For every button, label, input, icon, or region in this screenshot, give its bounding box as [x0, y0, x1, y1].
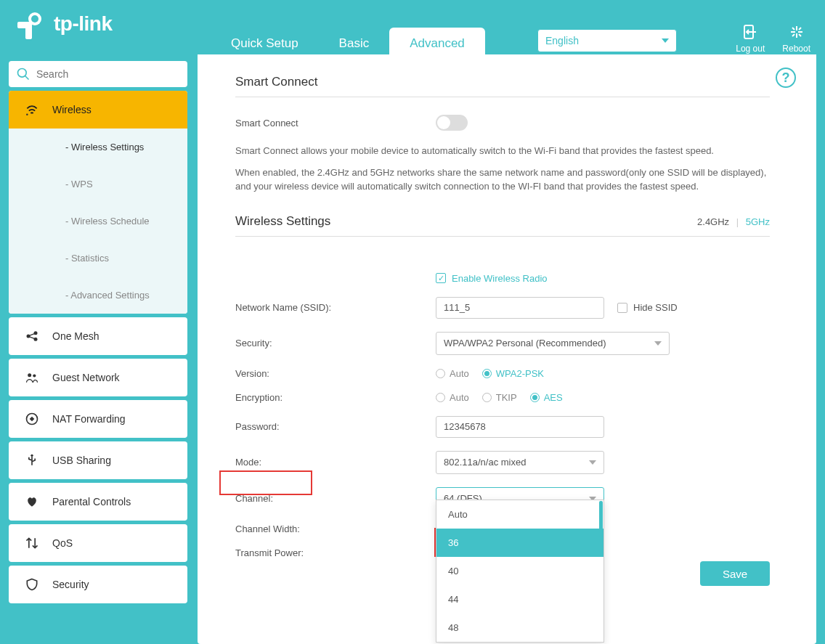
nav-parental-controls[interactable]: Parental Controls: [9, 483, 187, 521]
nav-qos[interactable]: QoS: [9, 524, 187, 562]
nav-onemesh[interactable]: One Mesh: [9, 317, 187, 355]
mode-select[interactable]: 802.11a/n/ac mixed: [436, 451, 604, 474]
hide-ssid-checkbox[interactable]: Hide SSID: [617, 302, 678, 313]
header-actions: Log out Reboot: [736, 23, 810, 54]
svg-point-19: [34, 338, 38, 341]
language-select[interactable]: English: [537, 29, 677, 52]
usb-icon: [25, 453, 39, 468]
svg-line-20: [30, 334, 35, 336]
svg-point-16: [26, 113, 28, 115]
enable-radio-checkbox[interactable]: Enable Wireless Radio: [436, 273, 548, 284]
nav-wireless-sub: - Wireless Settings - WPS - Wireless Sch…: [9, 129, 187, 314]
brand-logo: tp-link: [12, 6, 113, 42]
section-smart-connect-title: Smart Connect: [235, 75, 770, 97]
svg-point-23: [33, 374, 36, 377]
heart-hands-icon: [25, 494, 39, 509]
password-label: Password:: [235, 421, 436, 432]
mesh-icon: [25, 329, 39, 343]
svg-line-15: [25, 76, 29, 80]
channel-dropdown[interactable]: Auto 36 40 44 48: [436, 500, 604, 643]
channel-label: Channel:: [235, 493, 436, 504]
svg-line-13: [799, 28, 801, 30]
svg-line-11: [799, 34, 801, 36]
nav-wireless-label: Wireless: [52, 104, 92, 115]
band-24[interactable]: 2.4GHz: [697, 216, 729, 227]
security-select[interactable]: WPA/WPA2 Personal (Recommended): [436, 332, 670, 355]
ssid-label: Network Name (SSID):: [235, 302, 436, 313]
header: tp-link Quick Setup Basic Advanced Engli…: [0, 0, 825, 54]
smart-connect-desc1: Smart Connect allows your mobile device …: [235, 144, 770, 158]
language-value: English: [545, 35, 579, 46]
nav-usb-sharing[interactable]: USB Sharing: [9, 441, 187, 479]
shield-icon: [25, 577, 39, 592]
chevron-down-icon: [654, 341, 662, 346]
smart-connect-toggle[interactable]: [436, 115, 468, 131]
svg-point-18: [34, 331, 38, 335]
reboot-label: Reboot: [782, 44, 810, 54]
version-wpa2-radio[interactable]: WPA2-PSK: [482, 368, 544, 379]
reboot-button[interactable]: Reboot: [782, 23, 810, 54]
enc-aes-radio[interactable]: AES: [530, 392, 563, 403]
svg-point-22: [28, 373, 31, 377]
search-input[interactable]: [36, 68, 180, 80]
wifi-icon: [25, 102, 39, 117]
encryption-label: Encryption:: [235, 392, 436, 403]
logout-button[interactable]: Log out: [736, 23, 765, 54]
nav-advanced-settings[interactable]: - Advanced Settings: [9, 277, 187, 314]
search-box[interactable]: [9, 61, 187, 87]
sidebar: Wireless - Wireless Settings - WPS - Wir…: [9, 61, 187, 644]
password-input[interactable]: [436, 416, 604, 438]
chevron-down-icon: [589, 460, 596, 465]
band-5[interactable]: 5GHz: [746, 216, 770, 227]
logout-label: Log out: [736, 44, 765, 54]
nav-wireless-block: Wireless - Wireless Settings - WPS - Wir…: [9, 91, 187, 314]
nav-guest-network[interactable]: Guest Network: [9, 359, 187, 396]
enc-auto-radio[interactable]: Auto: [436, 392, 469, 403]
nat-icon: [25, 412, 39, 426]
svg-point-17: [27, 335, 31, 338]
channel-option-44[interactable]: 44: [436, 585, 603, 614]
svg-line-21: [30, 337, 35, 339]
channel-option-auto[interactable]: Auto: [436, 500, 603, 529]
qos-icon: [25, 536, 39, 550]
search-icon: [16, 67, 31, 81]
nav-wireless-settings[interactable]: - Wireless Settings: [9, 129, 187, 166]
version-auto-radio[interactable]: Auto: [436, 368, 469, 379]
section-wireless-settings-title: Wireless Settings 2.4GHz | 5GHz: [235, 214, 770, 237]
brand-text: tp-link: [54, 12, 113, 36]
checkbox-icon: [436, 273, 446, 283]
smart-connect-label: Smart Connect: [235, 118, 436, 129]
nav-nat-forwarding[interactable]: NAT Forwarding: [9, 400, 187, 438]
nav-wireless[interactable]: Wireless: [9, 91, 187, 129]
transmit-power-label: Transmit Power:: [235, 547, 436, 558]
channel-option-40[interactable]: 40: [436, 557, 603, 585]
ssid-input[interactable]: [436, 297, 604, 319]
version-label: Version:: [235, 368, 436, 379]
nav-wireless-schedule[interactable]: - Wireless Schedule: [9, 203, 187, 240]
svg-point-1: [31, 15, 38, 23]
security-label: Security:: [235, 338, 436, 349]
channel-width-label: Channel Width:: [235, 523, 436, 534]
save-button[interactable]: Save: [700, 561, 770, 586]
svg-point-14: [18, 69, 27, 78]
nav-wps[interactable]: - WPS: [9, 166, 187, 203]
svg-line-12: [792, 34, 794, 36]
help-icon[interactable]: ?: [776, 68, 796, 88]
enc-tkip-radio[interactable]: TKIP: [482, 392, 517, 403]
scrollbar[interactable]: [599, 501, 603, 537]
checkbox-icon: [617, 303, 627, 313]
mode-label: Mode:: [235, 457, 436, 468]
main-panel: ? Smart Connect Smart Connect Smart Conn…: [198, 54, 816, 644]
nav-statistics[interactable]: - Statistics: [9, 240, 187, 277]
users-icon: [25, 370, 39, 385]
svg-rect-3: [25, 22, 32, 39]
svg-line-10: [792, 28, 794, 30]
band-toggle: 2.4GHz | 5GHz: [697, 216, 770, 227]
svg-point-25: [31, 455, 33, 457]
smart-connect-desc2: When enabled, the 2.4GHz and 5GHz networ…: [235, 166, 770, 194]
chevron-down-icon: [662, 38, 669, 43]
nav-security[interactable]: Security: [9, 566, 187, 603]
channel-option-48[interactable]: 48: [436, 614, 603, 642]
channel-option-36[interactable]: 36: [436, 529, 603, 557]
